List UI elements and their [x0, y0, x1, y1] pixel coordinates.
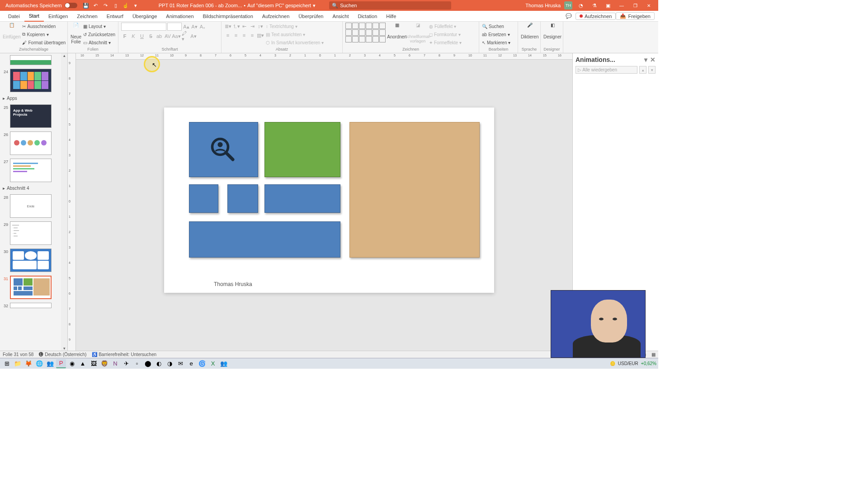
slide-canvas[interactable]: Thomas Hruska [164, 108, 494, 293]
tab-einfuegen[interactable]: Einfügen [44, 11, 72, 22]
tab-datei[interactable]: Datei [4, 11, 24, 22]
align-right-icon[interactable]: ≡ [241, 32, 248, 39]
tab-start[interactable]: Start [24, 11, 44, 22]
toggle-switch[interactable] [65, 3, 77, 8]
indent-inc-icon[interactable]: ⇥ [249, 23, 256, 30]
arrange-button[interactable]: ▦Anordnen [387, 23, 406, 39]
align-text-button[interactable]: ▤ Text ausrichten ▾ [266, 31, 324, 38]
tab-bildschirm[interactable]: Bildschirmpräsentation [198, 11, 258, 22]
format-painter-button[interactable]: 🖌 Format übertragen [22, 39, 66, 46]
touch-icon[interactable]: ☝ [122, 1, 130, 9]
columns-icon[interactable]: ▥▾ [257, 32, 264, 39]
numbering-icon[interactable]: ⒈▾ [232, 23, 240, 30]
play-all-button[interactable]: ▷ Alle wiedergeben [576, 66, 637, 74]
shape-blue-sq1[interactable] [189, 184, 218, 213]
obs-icon[interactable]: ⬤ [143, 359, 153, 368]
tab-zeichnen[interactable]: Zeichnen [72, 11, 102, 22]
telegram-icon[interactable]: ✈ [121, 359, 131, 368]
thumb-28[interactable]: Ende [10, 194, 52, 218]
tab-aufzeichnen[interactable]: Aufzeichnen [258, 11, 294, 22]
smartart-button[interactable]: ⬡ In SmartArt konvertieren ▾ [266, 39, 324, 46]
clear-format-icon[interactable]: Aₓ [199, 23, 206, 30]
increase-font-icon[interactable]: A▴ [183, 23, 190, 30]
start-icon[interactable]: ⊞ [2, 359, 12, 368]
user-avatar[interactable]: TH [564, 1, 572, 9]
move-down-icon[interactable]: ▾ [648, 66, 656, 74]
shapes-gallery[interactable] [345, 23, 386, 42]
shape-green[interactable] [264, 122, 340, 177]
powerpoint-icon[interactable]: P [56, 359, 66, 368]
text-direction-button[interactable]: ↕ Textrichtung ▾ [266, 23, 324, 30]
app2-icon[interactable]: ▫ [132, 359, 142, 368]
font-color-icon[interactable]: A▾ [190, 33, 197, 40]
accessibility-status[interactable]: ♿ Barrierefreiheit: Untersuchen [92, 352, 156, 357]
qat-more-icon[interactable]: ▾ [132, 1, 140, 9]
thumb-30[interactable] [10, 249, 52, 272]
chrome-icon[interactable]: 🌐 [34, 359, 44, 368]
dictate-button[interactable]: 🎤Diktieren [521, 23, 538, 39]
bold-icon[interactable]: F [121, 33, 128, 40]
replace-button[interactable]: ab Ersetzen ▾ [482, 31, 510, 38]
tab-hilfe[interactable]: Hilfe [382, 11, 401, 22]
designer-button[interactable]: ◧Designer [543, 23, 561, 39]
coming-soon-icon[interactable]: ◔ [577, 1, 585, 9]
move-up-icon[interactable]: ▴ [639, 66, 646, 74]
thumb-24[interactable] [10, 69, 52, 92]
window-icon[interactable]: ▣ [604, 1, 612, 9]
effects-button[interactable]: ✦ Formeffekte ▾ [429, 39, 462, 46]
minimize-icon[interactable]: — [617, 2, 627, 9]
select-button[interactable]: ↖ Markieren ▾ [482, 39, 510, 46]
shape-tan[interactable] [349, 122, 480, 258]
search-input[interactable]: 🔍 Suchen [329, 1, 451, 9]
anim-close-icon[interactable]: ✕ [650, 56, 656, 63]
mail-icon[interactable]: ✉ [175, 359, 185, 368]
thumb-31[interactable] [10, 276, 52, 299]
beaker-icon[interactable]: ⚗ [590, 1, 599, 9]
align-center-icon[interactable]: ≡ [232, 32, 240, 39]
photos-icon[interactable]: 🖼 [89, 359, 99, 368]
maximize-icon[interactable]: ❐ [630, 2, 640, 9]
tab-ansicht[interactable]: Ansicht [328, 11, 353, 22]
tab-ueberpruefen[interactable]: Überprüfen [294, 11, 328, 22]
outline-button[interactable]: ◻ Formkontur ▾ [429, 31, 462, 38]
align-left-icon[interactable]: ≡ [224, 32, 231, 39]
highlight-icon[interactable]: 🖍▾ [181, 33, 189, 40]
redo-icon[interactable]: ↷ [102, 1, 110, 9]
teams-icon[interactable]: 👥 [45, 359, 55, 368]
system-tray[interactable]: 🪙 USD/EUR +0,62% [610, 361, 656, 366]
section-4[interactable]: ▸ Abschnitt 4 [0, 184, 67, 192]
comments-icon[interactable]: 💬 [562, 13, 576, 19]
case-icon[interactable]: Aa▾ [173, 33, 180, 40]
app1-icon[interactable]: ◉ [67, 359, 77, 368]
save-icon[interactable]: 💾 [82, 1, 90, 9]
layout-button[interactable]: ▦ Layout ▾ [83, 23, 115, 30]
slide-thumbnails[interactable]: 24 ▸ Apps 25App & Web Projects 26 27 ▸ A… [0, 53, 68, 351]
shape-blue-large[interactable] [189, 122, 258, 177]
italic-icon[interactable]: K [130, 33, 137, 40]
find-button[interactable]: 🔍 Suchen [482, 23, 510, 30]
firefox-icon[interactable]: 🦊 [24, 359, 33, 368]
shape-blue-sq2[interactable] [227, 184, 258, 213]
slide-editor[interactable]: 9876543210123456789 16151413121110987654… [68, 53, 572, 351]
brave-icon[interactable]: 🦁 [99, 359, 109, 368]
tab-uebergaenge[interactable]: Übergänge [128, 11, 161, 22]
anim-collapse-icon[interactable]: ▾ [644, 56, 647, 63]
new-slide-button[interactable]: 📄 Neue Folie [71, 23, 81, 44]
section-apps[interactable]: ▸ Apps [0, 94, 67, 103]
strike-icon[interactable]: S̶ [147, 33, 154, 40]
explorer-icon[interactable]: 📁 [13, 359, 23, 368]
shadow-icon[interactable]: ab [156, 33, 163, 40]
aufzeichnen-button[interactable]: Aufzeichnen [576, 13, 616, 20]
quick-styles-button[interactable]: ◪Schnellformat- vorlagen [408, 23, 427, 43]
tab-entwurf[interactable]: Entwurf [102, 11, 128, 22]
app3-icon[interactable]: ◐ [154, 359, 164, 368]
tab-animationen[interactable]: Animationen [161, 11, 198, 22]
thumb-25[interactable]: App & Web Projects [10, 104, 52, 128]
cut-button[interactable]: ✂ Ausschneiden [22, 23, 66, 30]
thumb-29[interactable]: ━━━━━· ━━━· ━━━━· ━━· ━━━ [10, 221, 52, 245]
bullets-icon[interactable]: ≣▾ [224, 23, 231, 30]
slide-position[interactable]: Folie 31 von 58 [3, 352, 33, 357]
autosave-toggle[interactable]: Automatisches Speichern [2, 3, 81, 8]
thumb-scrollbar[interactable]: ▴▾ [61, 53, 67, 351]
present-icon[interactable]: ▯ [112, 1, 120, 9]
